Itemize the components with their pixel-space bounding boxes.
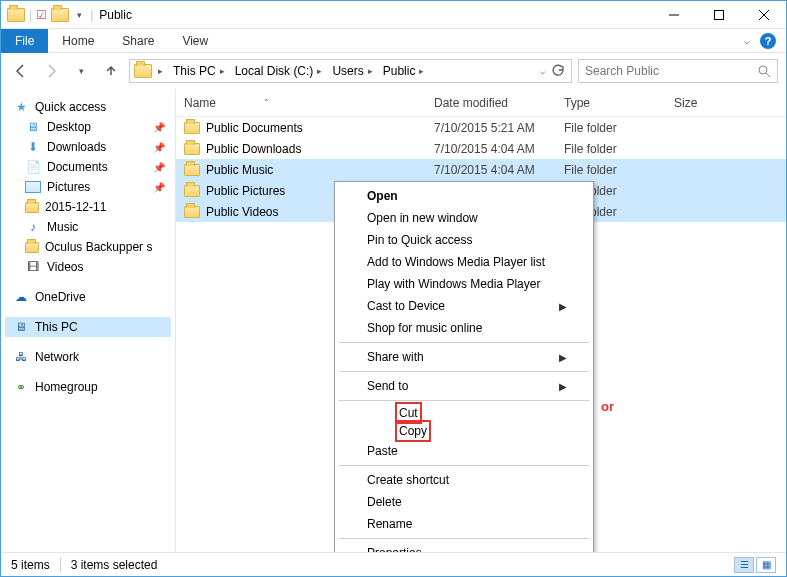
sidebar-onedrive[interactable]: ☁OneDrive	[5, 287, 171, 307]
ribbon-expand-icon[interactable]: ⌵	[744, 35, 750, 46]
column-type[interactable]: Type	[564, 96, 674, 110]
column-size[interactable]: Size	[674, 96, 744, 110]
sidebar-item-documents[interactable]: 📄Documents📌	[5, 157, 171, 177]
documents-icon: 📄	[25, 159, 41, 175]
crumb-root-chevron[interactable]: ▸	[154, 60, 167, 82]
column-date[interactable]: Date modified	[434, 96, 564, 110]
ctx-pin-quick-access[interactable]: Pin to Quick access	[337, 229, 591, 251]
forward-button[interactable]	[39, 59, 63, 83]
sidebar-item-videos[interactable]: 🎞Videos	[5, 257, 171, 277]
refresh-icon[interactable]	[551, 64, 565, 78]
ctx-shop-music[interactable]: Shop for music online	[337, 317, 591, 339]
sidebar-quick-access[interactable]: ★Quick access	[5, 97, 171, 117]
crumb-this-pc[interactable]: This PC▸	[169, 60, 229, 82]
folder-icon	[184, 206, 200, 218]
ribbon-tabs: File Home Share View ⌵ ?	[1, 29, 786, 53]
ctx-separator	[339, 538, 589, 539]
file-tab[interactable]: File	[1, 29, 48, 53]
sort-indicator-icon: ˄	[264, 98, 269, 108]
qat-properties-icon[interactable]: ☑	[36, 8, 47, 22]
ctx-copy[interactable]: Copy	[337, 422, 591, 440]
address-folder-icon	[134, 64, 152, 78]
sidebar-homegroup[interactable]: ⚭Homegroup	[5, 377, 171, 397]
ctx-open[interactable]: Open	[337, 185, 591, 207]
window-title: Public	[99, 8, 132, 22]
sidebar-network[interactable]: 🖧Network	[5, 347, 171, 367]
qat-newfolder-icon[interactable]	[51, 8, 69, 22]
ctx-cut[interactable]: Cut	[337, 404, 591, 422]
ctx-send-to[interactable]: Send to▶	[337, 375, 591, 397]
file-row[interactable]: Public Downloads7/10/2015 4:04 AMFile fo…	[176, 138, 786, 159]
search-box[interactable]: Search Public	[578, 59, 778, 83]
ctx-create-shortcut[interactable]: Create shortcut	[337, 469, 591, 491]
view-tiles-button[interactable]: ▦	[756, 557, 776, 573]
pictures-icon	[25, 181, 41, 193]
svg-line-5	[766, 73, 770, 77]
ctx-share-with[interactable]: Share with▶	[337, 346, 591, 368]
ctx-separator	[339, 371, 589, 372]
tab-view[interactable]: View	[168, 29, 222, 53]
music-icon: ♪	[25, 219, 41, 235]
file-name: Public Documents	[206, 121, 303, 135]
homegroup-icon: ⚭	[13, 379, 29, 395]
folder-icon	[184, 185, 200, 197]
status-selected-count: 3 items selected	[71, 558, 158, 572]
svg-rect-1	[714, 10, 723, 19]
tab-share[interactable]: Share	[108, 29, 168, 53]
network-icon: 🖧	[13, 349, 29, 365]
ctx-add-wmp-list[interactable]: Add to Windows Media Player list	[337, 251, 591, 273]
navigation-bar: ▾ ▸ This PC▸ Local Disk (C:)▸ Users▸ Pub…	[1, 53, 786, 89]
qat-dropdown-icon[interactable]: ▾	[73, 10, 86, 20]
ctx-open-new-window[interactable]: Open in new window	[337, 207, 591, 229]
ctx-delete[interactable]: Delete	[337, 491, 591, 513]
qat-separator: |	[29, 8, 32, 22]
tab-home[interactable]: Home	[48, 29, 108, 53]
status-item-count: 5 items	[11, 558, 50, 572]
crumb-users[interactable]: Users▸	[328, 60, 376, 82]
up-button[interactable]	[99, 59, 123, 83]
help-icon[interactable]: ?	[760, 33, 776, 49]
sidebar-item-2015-12-11[interactable]: 2015-12-11	[5, 197, 171, 217]
context-menu: Open Open in new window Pin to Quick acc…	[334, 181, 594, 568]
pin-icon: 📌	[153, 162, 165, 173]
ctx-separator	[339, 465, 589, 466]
address-bar[interactable]: ▸ This PC▸ Local Disk (C:)▸ Users▸ Publi…	[129, 59, 572, 83]
status-bar: 5 items 3 items selected ☰ ▦	[1, 552, 786, 576]
minimize-button[interactable]	[651, 1, 696, 29]
status-divider	[60, 558, 61, 572]
navigation-pane: ★Quick access 🖥Desktop📌 ⬇Downloads📌 📄Doc…	[1, 89, 176, 552]
back-button[interactable]	[9, 59, 33, 83]
ctx-play-wmp[interactable]: Play with Windows Media Player	[337, 273, 591, 295]
annotation-or: or	[601, 399, 614, 414]
folder-icon	[184, 143, 200, 155]
file-name: Public Pictures	[206, 184, 285, 198]
crumb-local-disk[interactable]: Local Disk (C:)▸	[231, 60, 327, 82]
column-name[interactable]: Name˄	[184, 96, 434, 110]
downloads-icon: ⬇	[25, 139, 41, 155]
file-name: Public Downloads	[206, 142, 301, 156]
submenu-arrow-icon: ▶	[559, 381, 567, 392]
sidebar-item-oculus[interactable]: Oculus Backupper s	[5, 237, 171, 257]
desktop-icon: 🖥	[25, 119, 41, 135]
ctx-cast-device[interactable]: Cast to Device▶	[337, 295, 591, 317]
submenu-arrow-icon: ▶	[559, 301, 567, 312]
sidebar-item-music[interactable]: ♪Music	[5, 217, 171, 237]
recent-button[interactable]: ▾	[69, 59, 93, 83]
close-button[interactable]	[741, 1, 786, 29]
crumb-public[interactable]: Public▸	[379, 60, 429, 82]
file-row[interactable]: Public Music7/10/2015 4:04 AMFile folder	[176, 159, 786, 180]
address-dropdown-icon[interactable]: ⌵	[540, 66, 545, 76]
view-details-button[interactable]: ☰	[734, 557, 754, 573]
star-icon: ★	[13, 99, 29, 115]
file-date: 7/10/2015 4:04 AM	[434, 163, 564, 177]
sidebar-this-pc[interactable]: 🖥This PC	[5, 317, 171, 337]
file-date: 7/10/2015 5:21 AM	[434, 121, 564, 135]
file-row[interactable]: Public Documents7/10/2015 5:21 AMFile fo…	[176, 117, 786, 138]
ctx-rename[interactable]: Rename	[337, 513, 591, 535]
sidebar-item-pictures[interactable]: Pictures📌	[5, 177, 171, 197]
sidebar-item-desktop[interactable]: 🖥Desktop📌	[5, 117, 171, 137]
search-icon	[757, 64, 771, 78]
ctx-paste[interactable]: Paste	[337, 440, 591, 462]
sidebar-item-downloads[interactable]: ⬇Downloads📌	[5, 137, 171, 157]
maximize-button[interactable]	[696, 1, 741, 29]
